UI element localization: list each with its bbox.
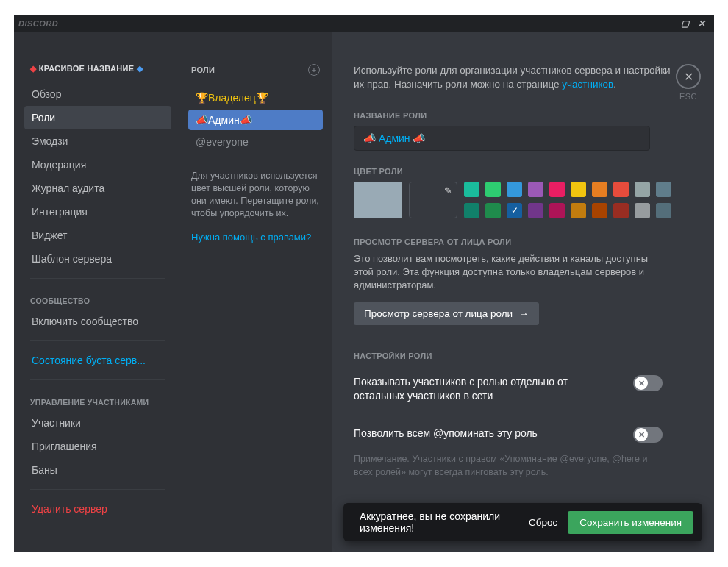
arrow-right-icon: → <box>518 308 529 319</box>
color-swatch[interactable] <box>528 182 543 197</box>
role-item-admin[interactable]: 📣Админ📣 <box>188 110 323 130</box>
role-name-input[interactable]: 📣 Админ 📣 <box>354 126 650 151</box>
pencil-icon: ✎ <box>444 185 452 196</box>
toggle-hoist-label: Показывать участников с ролью отдельно о… <box>354 375 617 403</box>
unsaved-msg: Аккуратнее, вы не сохранили изменения! <box>360 510 518 534</box>
sidebar-item-bans[interactable]: Баны <box>24 458 171 482</box>
color-swatch[interactable] <box>571 182 586 197</box>
roles-reorder-hint: Для участников используется цвет высшей … <box>188 170 323 220</box>
server-name-header: ◆ КРАСИВОЕ НАЗВАНИЕ ◆ <box>24 64 171 74</box>
sidebar-item-enable-community[interactable]: Включить сообщество <box>24 310 171 333</box>
color-swatch[interactable] <box>485 203 501 218</box>
color-swatch[interactable] <box>549 203 565 218</box>
toggle-knob-off: ✕ <box>635 428 648 441</box>
sidebar-item-invites[interactable]: Приглашения <box>24 435 171 458</box>
sidebar-item-moderation[interactable]: Модерация <box>24 153 171 176</box>
roles-top-hint: Используйте роли для организации участни… <box>354 64 676 92</box>
unsaved-changes-bar: Аккуратнее, вы не сохранили изменения! С… <box>343 503 702 541</box>
color-swatch[interactable] <box>613 182 629 197</box>
roles-header: РОЛИ <box>191 65 215 74</box>
role-item-owner[interactable]: 🏆Владелец🏆 <box>188 88 323 108</box>
color-swatch[interactable] <box>635 203 650 218</box>
sidebar-cat-member-mgmt: УПРАВЛЕНИЕ УЧАСТНИКАМИ <box>24 388 171 411</box>
maximize-button[interactable]: ▢ <box>677 15 693 32</box>
view-as-role-label: ПРОСМОТР СЕРВЕРА ОТ ЛИЦА РОЛИ <box>354 238 676 246</box>
role-item-everyone[interactable]: @everyone <box>188 132 323 152</box>
color-swatch[interactable] <box>464 182 479 197</box>
sidebar-item-boost-status[interactable]: Состояние буста серв... <box>24 349 171 372</box>
sidebar-item-integrations[interactable]: Интеграция <box>24 200 171 224</box>
color-swatch[interactable] <box>507 182 522 197</box>
close-icon: ✕ <box>676 64 701 89</box>
roles-list-column: РОЛИ + 🏆Владелец🏆 📣Админ📣 @everyone Для … <box>179 32 332 552</box>
toggle-mentionable-sub: Примечание. Участники с правом «Упоминан… <box>354 453 663 479</box>
add-role-button[interactable]: + <box>308 64 320 76</box>
color-swatch-grid: ✓ <box>464 182 671 218</box>
sidebar-item-delete-server[interactable]: Удалить сервер <box>24 497 171 521</box>
toggle-hoist[interactable]: ✕ <box>633 375 663 391</box>
color-swatch[interactable] <box>656 182 671 197</box>
color-picker-button[interactable]: ✎ <box>409 182 457 218</box>
settings-sidebar: ◆ КРАСИВОЕ НАЗВАНИЕ ◆ Обзор Роли Эмодзи … <box>14 32 179 552</box>
color-swatch[interactable] <box>656 203 671 218</box>
reset-button[interactable]: Сброс <box>518 511 568 534</box>
sidebar-item-widget[interactable]: Виджет <box>24 224 171 247</box>
app-title: DISCORD <box>18 19 58 28</box>
color-swatch[interactable] <box>592 182 607 197</box>
roles-help-link[interactable]: Нужна помощь с правами? <box>188 232 323 243</box>
toggle-mentionable-label: Позволить всем @упоминать эту роль <box>354 427 617 441</box>
view-as-role-desc: Это позволит вам посмотреть, какие дейст… <box>354 252 663 293</box>
view-as-role-button[interactable]: Просмотр сервера от лица роли → <box>354 302 539 325</box>
role-name-label: НАЗВАНИЕ РОЛИ <box>354 111 676 120</box>
title-bar: DISCORD ─ ▢ ✕ <box>14 15 714 32</box>
color-swatch[interactable] <box>464 203 479 218</box>
sidebar-item-server-template[interactable]: Шаблон сервера <box>24 247 171 271</box>
color-default-swatch[interactable] <box>354 182 402 218</box>
close-button[interactable]: ✕ <box>693 15 710 32</box>
close-settings-button[interactable]: ✕ ESC <box>676 64 701 101</box>
color-swatch[interactable] <box>549 182 565 197</box>
color-swatch-selected[interactable]: ✓ <box>507 203 522 218</box>
minimize-button[interactable]: ─ <box>661 15 677 32</box>
sidebar-item-audit-log[interactable]: Журнал аудита <box>24 176 171 200</box>
color-swatch[interactable] <box>592 203 607 218</box>
color-swatch[interactable] <box>635 182 650 197</box>
role-color-label: ЦВЕТ РОЛИ <box>354 167 676 176</box>
members-page-link[interactable]: участников <box>562 79 613 90</box>
color-swatch[interactable] <box>528 203 543 218</box>
sidebar-item-members[interactable]: Участники <box>24 411 171 435</box>
color-swatch[interactable] <box>485 182 501 197</box>
color-swatch[interactable] <box>571 203 586 218</box>
main-content: ✕ ESC Используйте роли для организации у… <box>332 32 714 552</box>
toggle-knob-off: ✕ <box>635 377 648 390</box>
sidebar-item-roles[interactable]: Роли <box>24 106 171 129</box>
sidebar-item-overview[interactable]: Обзор <box>24 82 171 106</box>
save-button[interactable]: Сохранить изменения <box>568 511 693 534</box>
toggle-mentionable[interactable]: ✕ <box>633 427 663 443</box>
role-settings-label: НАСТРОЙКИ РОЛИ <box>354 352 676 360</box>
sidebar-item-emoji[interactable]: Эмодзи <box>24 129 171 153</box>
sidebar-cat-community: СООБЩЕСТВО <box>24 286 171 310</box>
color-swatch[interactable] <box>613 203 629 218</box>
